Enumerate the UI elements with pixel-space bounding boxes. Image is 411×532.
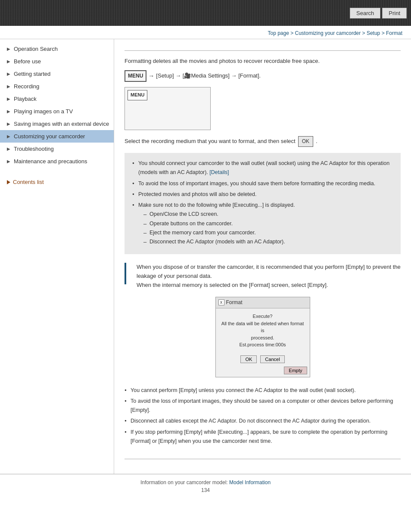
select-recording-text: Select the recording medium that you wan… (125, 136, 401, 147)
chevron-right-icon: ▶ (7, 72, 11, 76)
sidebar-item-label: Getting started (14, 71, 109, 77)
header: Search Print (0, 0, 411, 26)
breadcrumb: Top page > Customizing your camcorder > … (0, 26, 411, 39)
empty-note-item: If you stop performing [Empty] while [Ex… (125, 428, 401, 446)
sidebar-item-label: Maintenance and precautions (14, 158, 109, 165)
section-divider-bottom (125, 459, 401, 459)
breadcrumb-customizing[interactable]: Customizing your camcorder (295, 30, 361, 36)
sidebar-item-before-use[interactable]: ▶ Before use (0, 55, 114, 68)
search-button[interactable]: Search (350, 8, 380, 19)
dialog-title: Format (226, 299, 243, 307)
dialog-cancel-button[interactable]: Cancel (260, 355, 284, 363)
sidebar-item-troubleshooting[interactable]: ▶ Troubleshooting (0, 143, 114, 155)
sidebar-item-label: Saving images with an external device (14, 121, 109, 127)
breadcrumb-setup[interactable]: Setup (367, 30, 380, 36)
breadcrumb-top[interactable]: Top page (268, 30, 289, 36)
intro-text: Formatting deletes all the movies and ph… (125, 57, 401, 66)
chevron-right-icon: ▶ (7, 146, 11, 151)
sidebar-item-saving-images[interactable]: ▶ Saving images with an external device (0, 118, 114, 130)
sidebar-item-label: Customizing your camcorder (14, 133, 109, 140)
dialog-body-line2: All the data will be deleted when format… (219, 320, 306, 334)
sidebar-item-playing-images-tv[interactable]: ▶ Playing images on a TV (0, 105, 114, 118)
note-item: To avoid the loss of important images, y… (132, 179, 393, 188)
sidebar-item-label: Operation Search (14, 46, 109, 52)
details-link[interactable]: [Details] (209, 169, 229, 175)
empty-text-2: When the internal memory is selected on … (137, 281, 401, 290)
sidebar-item-customizing[interactable]: ▶ Customizing your camcorder (0, 130, 114, 143)
note-item: Protected movies and photos will also be… (132, 190, 393, 199)
sidebar-item-label: Troubleshooting (14, 146, 109, 152)
sidebar-item-label: Recording (14, 83, 109, 90)
dialog-empty-button[interactable]: Empty (284, 367, 307, 374)
sidebar-item-recording[interactable]: ▶ Recording (0, 80, 114, 93)
chevron-right-icon: ▶ (7, 96, 11, 101)
dialog-footer: Empty (216, 365, 310, 377)
chevron-right-icon: ▶ (7, 159, 11, 164)
sub-note-item: Operate buttons on the camcorder. (143, 219, 393, 228)
print-button[interactable]: Print (382, 8, 407, 19)
arrow-right-icon (7, 180, 10, 184)
sub-note-item: Disconnect the AC Adaptor (models with a… (143, 237, 393, 246)
notes-list: You should connect your camcorder to the… (132, 159, 393, 246)
empty-text-1: When you dispose of or transfer the camc… (137, 263, 401, 281)
sidebar-item-getting-started[interactable]: ▶ Getting started (0, 68, 114, 80)
note-item: You should connect your camcorder to the… (132, 159, 393, 177)
chevron-right-icon: ▶ (7, 109, 11, 114)
sidebar: ▶ Operation Search ▶ Before use ▶ Gettin… (0, 39, 114, 474)
chevron-right-icon: ▶ (7, 121, 11, 126)
dialog-execute-text: Execute? (219, 313, 306, 320)
chevron-right-icon: ▶ (7, 84, 11, 89)
menu-screenshot: MENU (125, 87, 211, 130)
dialog-body-line3: processed. (219, 334, 306, 342)
menu-path-text: [Setup] → [🎥Media Settings] → [Format]. (156, 72, 261, 81)
footer-text: Information on your camcorder model: (140, 479, 228, 485)
chevron-right-icon: ▶ (7, 134, 11, 139)
ok-box: OK (298, 136, 313, 147)
sidebar-item-label: Playing images on a TV (14, 108, 109, 115)
sidebar-item-label: Before use (14, 58, 109, 65)
dialog-ok-button[interactable]: OK (240, 355, 257, 363)
chevron-right-icon: ▶ (7, 47, 11, 51)
main-layout: ▶ Operation Search ▶ Before use ▶ Gettin… (0, 39, 411, 474)
empty-note-item: To avoid the loss of important images, t… (125, 397, 401, 415)
model-information-link[interactable]: Model Information (229, 479, 271, 485)
menu-image-label: MENU (128, 90, 147, 100)
blue-bar-accent (125, 263, 126, 284)
dialog-process-time: Est.process time:000s (219, 341, 306, 348)
empty-section: When you dispose of or transfer the camc… (125, 263, 401, 289)
arrow-symbol: → (148, 71, 154, 81)
format-dialog: x Format Execute? All the data will be d… (215, 297, 310, 377)
sidebar-item-playback[interactable]: ▶ Playback (0, 93, 114, 105)
chevron-right-icon: ▶ (7, 59, 11, 64)
content-area: Formatting deletes all the movies and ph… (114, 39, 411, 474)
menu-box: MENU (125, 70, 146, 82)
sub-notes-list: Open/Close the LCD screen. Operate butto… (138, 210, 393, 246)
sub-note-item: Open/Close the LCD screen. (143, 210, 393, 219)
sidebar-item-maintenance[interactable]: ▶ Maintenance and precautions (0, 155, 114, 168)
empty-section-text: When you dispose of or transfer the camc… (137, 263, 401, 289)
breadcrumb-format: Format (386, 30, 402, 36)
section-divider-top (125, 50, 401, 51)
format-dialog-body: Execute? All the data will be deleted wh… (216, 308, 310, 353)
footer: Information on your camcorder model: Mod… (0, 474, 411, 498)
empty-notes-list: You cannot perform [Empty] unless you co… (125, 386, 401, 446)
empty-note-item: Disconnect all cables except the AC Adap… (125, 417, 401, 426)
notes-box: You should connect your camcorder to the… (125, 153, 401, 254)
sidebar-item-operation-search[interactable]: ▶ Operation Search (0, 43, 114, 55)
empty-note-item: You cannot perform [Empty] unless you co… (125, 386, 401, 395)
empty-notes-box: You cannot perform [Empty] unless you co… (125, 386, 401, 446)
page-number: 134 (10, 487, 401, 493)
menu-path: MENU → [Setup] → [🎥Media Settings] → [Fo… (125, 70, 401, 82)
dialog-close-button[interactable]: x (218, 299, 224, 305)
sidebar-item-label: Playback (14, 96, 109, 102)
sub-note-item: Eject the memory card from your camcorde… (143, 228, 393, 237)
format-dialog-buttons: OK Cancel (216, 355, 310, 363)
contents-list-label: Contents list (13, 179, 44, 185)
note-item: Make sure not to do the following while … (132, 201, 393, 246)
contents-list-link[interactable]: Contents list (0, 174, 114, 190)
format-dialog-header: x Format (216, 297, 310, 308)
